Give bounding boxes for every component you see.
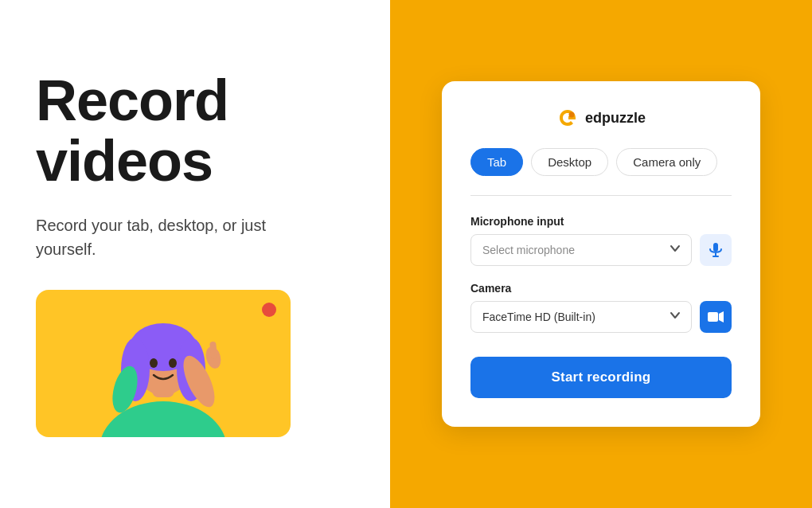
tab-button-desktop[interactable]: Desktop: [531, 148, 608, 176]
microphone-select-wrapper: Select microphone: [470, 234, 692, 266]
svg-point-6: [150, 358, 158, 368]
start-recording-button[interactable]: Start recording: [470, 357, 732, 398]
hero-title: Record videos: [36, 71, 350, 191]
edpuzzle-logo-text: edpuzzle: [585, 110, 646, 127]
camera-select[interactable]: FaceTime HD (Built-in): [470, 301, 692, 333]
hero-subtitle: Record your tab, desktop, or just yourse…: [36, 213, 275, 261]
left-panel: Record videos Record your tab, desktop, …: [0, 0, 390, 508]
microphone-icon-button[interactable]: [700, 234, 732, 266]
camera-video-icon: [707, 310, 724, 324]
svg-rect-16: [708, 312, 718, 322]
microphone-label: Microphone input: [470, 215, 732, 228]
tab-button-camera[interactable]: Camera only: [616, 148, 717, 176]
card-header: edpuzzle: [470, 107, 732, 129]
svg-marker-17: [719, 311, 724, 322]
right-panel: edpuzzle Tab Desktop Camera only Microph…: [390, 0, 812, 508]
microphone-icon: [708, 242, 724, 258]
svg-point-12: [568, 112, 574, 118]
microphone-row: Select microphone: [470, 234, 732, 266]
tab-button-tab[interactable]: Tab: [470, 148, 523, 176]
camera-label: Camera: [470, 282, 732, 295]
camera-row: FaceTime HD (Built-in): [470, 301, 732, 333]
svg-point-7: [169, 358, 177, 368]
camera-select-wrapper: FaceTime HD (Built-in): [470, 301, 692, 333]
illustration: [36, 290, 291, 437]
tab-group: Tab Desktop Camera only: [470, 148, 732, 176]
card: edpuzzle Tab Desktop Camera only Microph…: [442, 81, 760, 427]
divider: [470, 195, 732, 196]
illustration-svg: [60, 298, 267, 437]
svg-rect-13: [713, 243, 718, 252]
edpuzzle-logo: edpuzzle: [556, 107, 646, 129]
edpuzzle-logo-icon: [556, 107, 579, 129]
camera-icon-button[interactable]: [700, 301, 732, 333]
microphone-select[interactable]: Select microphone: [470, 234, 692, 266]
